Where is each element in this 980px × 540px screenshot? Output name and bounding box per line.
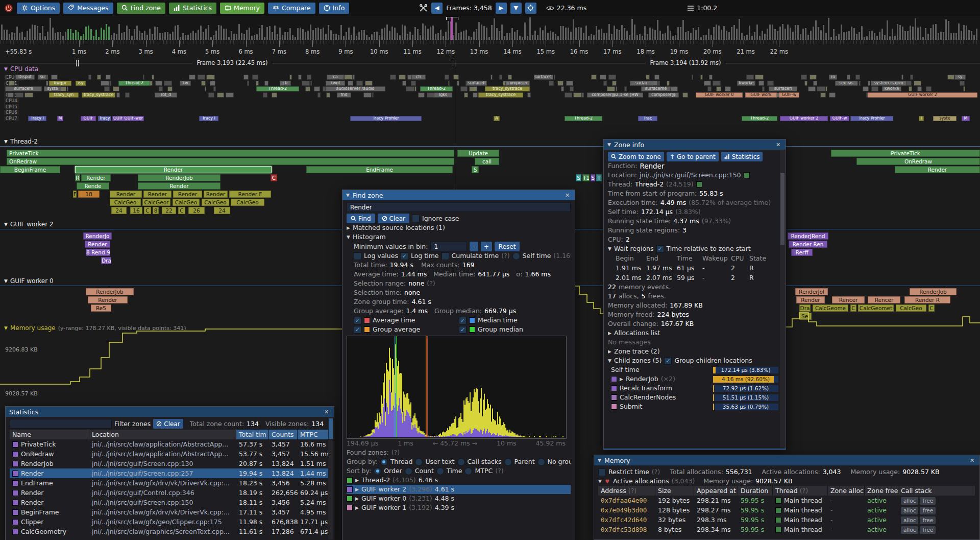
cpu-zone[interactable]	[411, 81, 416, 86]
frame-bar[interactable]	[292, 35, 293, 40]
frame-bar[interactable]	[458, 33, 459, 40]
alloc-callstack-button[interactable]: alloc	[901, 497, 918, 505]
close-icon[interactable]: ✕	[774, 141, 782, 149]
frame-bar[interactable]	[226, 29, 227, 40]
cpu-zone[interactable]: M	[57, 116, 63, 121]
timeline-zone[interactable]: RenderJRend	[788, 232, 828, 240]
frame-bar[interactable]	[11, 32, 13, 40]
cpu-zone[interactable]: surfacefl	[769, 86, 797, 91]
frame-bar[interactable]	[591, 34, 592, 40]
free-callstack-button[interactable]: free	[920, 516, 936, 524]
frame-bar[interactable]	[310, 25, 311, 40]
frame-bar[interactable]	[892, 29, 893, 40]
frame-bar[interactable]	[195, 33, 197, 40]
frame-bar[interactable]	[443, 36, 444, 40]
cpu-zone[interactable]: system-is-grm	[871, 81, 906, 86]
frame-bar[interactable]	[325, 34, 327, 40]
timeline-zone[interactable]: 16	[130, 207, 142, 214]
group-by-radio-user-text[interactable]	[415, 458, 423, 466]
wait-region-row[interactable]: 2.01 ms2.07 ms59 μs-2R	[613, 273, 778, 283]
histogram-section-label[interactable]: Histogram	[353, 232, 386, 242]
cpu-zone[interactable]: tracy_syn	[49, 92, 79, 98]
frame-bar[interactable]	[85, 27, 87, 40]
frame-bar[interactable]	[343, 36, 345, 40]
child-zone-row[interactable]: CalcRenderNodes51.51 μs (1.15%)	[611, 393, 778, 402]
cpu-zone[interactable]	[67, 86, 68, 91]
cpu-zone[interactable]	[326, 92, 330, 98]
wait-region-row[interactable]: 1.91 ms1.97 ms61 μs-2R	[613, 263, 778, 273]
frame-bar[interactable]	[386, 25, 388, 40]
frame-bar[interactable]	[88, 26, 89, 40]
timeline-zone[interactable]: Render F	[229, 191, 271, 198]
frame-bar[interactable]	[277, 34, 278, 40]
cpu-zone[interactable]	[810, 75, 817, 80]
timeline-zone[interactable]: PrivateTick	[831, 150, 980, 157]
free-callstack-button[interactable]: free	[920, 526, 936, 534]
cpu-zone[interactable]	[314, 86, 320, 91]
cpu-zone[interactable]: sen-sis	[835, 81, 857, 86]
child-zone-row[interactable]: ▶RenderJob(×2)4.16 ms (92.60%)	[611, 374, 778, 384]
timeline-zone[interactable]: CalcGeo	[231, 199, 264, 206]
frame-bar[interactable]	[269, 26, 271, 40]
cpu-zone[interactable]	[399, 75, 406, 80]
cpu-zone[interactable]	[24, 92, 33, 98]
active-allocations-label[interactable]: Active allocations	[613, 477, 669, 486]
cpu-zone[interactable]: A	[494, 116, 500, 121]
frame-bar[interactable]	[435, 34, 436, 40]
cpu-zone[interactable]	[813, 81, 817, 86]
frame-bar[interactable]	[397, 33, 398, 40]
timeline-zone[interactable]: CalcGeo	[896, 304, 926, 312]
frame-bar[interactable]	[57, 32, 59, 40]
frame-bar[interactable]	[973, 35, 975, 40]
column-header-appeared-at[interactable]: Appeared at	[694, 486, 738, 496]
cpu-zone[interactable]	[707, 86, 712, 91]
frame-bar[interactable]	[259, 28, 260, 40]
frame-bar[interactable]	[713, 27, 715, 40]
frame-bar[interactable]	[6, 30, 8, 40]
frame-bar[interactable]	[555, 34, 556, 40]
legend-checkbox[interactable]	[354, 326, 361, 334]
frame-bar[interactable]	[665, 33, 666, 40]
cpu-zone[interactable]: Thread-2	[565, 116, 602, 121]
cpu-zone[interactable]	[109, 81, 111, 86]
cpu-zone[interactable]	[307, 75, 311, 80]
timeline-zone[interactable]: 22	[162, 207, 176, 214]
timeline-zone[interactable]: Render	[85, 241, 110, 248]
frame-bar[interactable]	[448, 21, 449, 40]
frame-bar[interactable]	[922, 37, 924, 40]
cpu-zone[interactable]	[302, 81, 310, 86]
timeline-zone[interactable]: BeginFrame	[0, 166, 60, 173]
cpu-zone[interactable]	[573, 92, 582, 98]
frame-bar[interactable]	[509, 33, 510, 40]
cpu-zone[interactable]	[189, 75, 195, 80]
frame-bar[interactable]	[215, 31, 217, 40]
toolbar-button-options[interactable]: Options	[17, 3, 60, 14]
clear-filter-button[interactable]: Clear	[153, 419, 183, 429]
cpu-zone[interactable]	[725, 86, 731, 91]
frame-bar[interactable]	[356, 36, 357, 40]
min-bin-input[interactable]: 1	[430, 242, 467, 251]
cpu-zone[interactable]	[667, 81, 670, 86]
frame-bar[interactable]	[662, 34, 664, 40]
frame-bar[interactable]	[611, 34, 612, 40]
frame-markers[interactable]: Frame 3,193 (22.45 ms) Frame 3,194 (13.9…	[0, 59, 980, 67]
goto-frame-button[interactable]	[525, 3, 536, 14]
frame-bar[interactable]	[175, 26, 176, 40]
frame-bar[interactable]	[652, 29, 653, 40]
collapse-icon[interactable]: ▼	[598, 477, 602, 486]
frame-bar[interactable]	[902, 27, 903, 40]
frame-bar[interactable]	[376, 32, 378, 40]
self-time-radio[interactable]	[512, 252, 520, 260]
sort-by-radio-count[interactable]	[405, 467, 412, 475]
frame-bar[interactable]	[72, 33, 74, 40]
zone-group-row[interactable]: ▶Thread-2(4,105)6.46 s	[347, 476, 571, 485]
frame-bar[interactable]	[491, 25, 493, 40]
frame-bar[interactable]	[820, 30, 822, 40]
cpu-zone[interactable]: Tracy Profiler	[350, 116, 422, 121]
toolbar-button-find-zone[interactable]: Find zone	[117, 3, 165, 14]
frame-bar[interactable]	[762, 31, 763, 40]
thread-header-guif-worker-0[interactable]: ▼GUIF worker 0	[4, 277, 54, 285]
frame-bar[interactable]	[149, 29, 151, 40]
cpu-zone[interactable]: composer	[505, 81, 530, 86]
cpu-zone[interactable]: kworke	[737, 81, 755, 86]
